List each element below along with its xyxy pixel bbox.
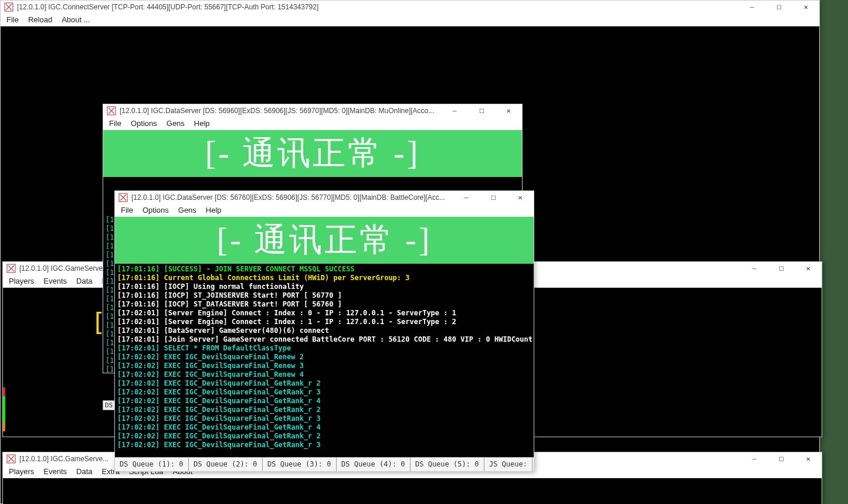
app-icon (107, 106, 116, 115)
menu-players[interactable]: Players (9, 277, 34, 285)
app-icon (4, 2, 13, 12)
menu-file[interactable]: File (121, 206, 133, 214)
log-line: [17:01:16] Current Global Connections Li… (117, 274, 531, 282)
menu-data[interactable]: Data (76, 467, 92, 476)
menu-gens[interactable]: Gens (178, 206, 196, 214)
data-server-1-log-stubs: [1[1[1[1[1[1[1[1[1[1[1[1[1[1[1[1[1[1[1 (106, 216, 114, 373)
data-server-2-log: [17:01:16] [SUCCESS] - JOIN SERVER CONNE… (115, 264, 534, 449)
connect-server-title: [12.0.1.0] IGC.ConnectServer [TCP-Port: … (17, 3, 738, 11)
log-line: [17:02:02] EXEC IGC_DevilSquareFinal_Get… (117, 388, 531, 397)
status-ds-queue-3: DS Queue (3): 0 (263, 458, 337, 471)
close-button[interactable]: ✕ (495, 104, 522, 117)
menu-players[interactable]: Players (9, 467, 34, 476)
log-line-stub: [1 (106, 286, 114, 295)
log-line-stub: [1 (106, 251, 114, 260)
log-line-stub: [1 (106, 295, 114, 304)
connect-server-menubar: File Reload About ... (1, 13, 819, 26)
minimize-button[interactable]: ─ (453, 191, 480, 204)
ds-label: DS (103, 400, 115, 410)
maximize-button[interactable]: ☐ (468, 104, 495, 117)
log-line: [17:02:02] EXEC IGC_DevilSquareFinal_Get… (117, 406, 531, 414)
log-line-stub: [1 (106, 216, 114, 224)
data-server-2-statusbar: DS Queue (1): 0 DS Queue (2): 0 DS Queue… (115, 457, 534, 471)
game-server-2-client (3, 478, 822, 504)
app-icon (118, 193, 128, 202)
menu-options[interactable]: Options (131, 119, 157, 128)
log-line-stub: [1 (106, 224, 114, 233)
menu-about[interactable]: About ... (62, 15, 90, 24)
close-button[interactable]: ✕ (507, 191, 534, 204)
data-server-2-client: [- 通讯正常 -] [17:01:16] [SUCCESS] - JOIN S… (115, 217, 534, 471)
data-server-2-window: [12.0.1.0] IGC.DataServer [DS: 56760][Ex… (114, 190, 534, 472)
connect-server-titlebar[interactable]: [12.0.1.0] IGC.ConnectServer [TCP-Port: … (1, 1, 819, 13)
app-icon (6, 264, 16, 273)
log-line: [17:02:02] EXEC IGC_DevilSquareFinal_Get… (117, 414, 531, 423)
menu-help[interactable]: Help (194, 119, 210, 128)
log-line: [17:01:16] [IOCP] Using normal functiona… (117, 282, 531, 291)
log-line-stub: [1 (106, 304, 114, 312)
minimize-button[interactable]: ─ (741, 262, 768, 275)
menu-file[interactable]: File (6, 15, 19, 24)
menu-help[interactable]: Help (206, 206, 222, 214)
menu-file[interactable]: File (109, 119, 121, 128)
minimize-button[interactable]: ─ (738, 1, 765, 13)
menu-options[interactable]: Options (143, 206, 169, 214)
log-line: [17:02:01] [DataServer] GameServer(480)(… (117, 326, 531, 335)
menu-events[interactable]: Events (43, 467, 67, 476)
log-line-stub: [1 (106, 233, 114, 242)
maximize-button[interactable]: ☐ (768, 262, 795, 275)
log-line-stub: [1 (106, 268, 114, 277)
log-line-stub: [1 (106, 242, 114, 251)
log-line: [17:02:02] EXEC IGC_DevilSquareFinal_Get… (117, 441, 531, 449)
close-button[interactable]: ✕ (792, 1, 819, 13)
status-ds-queue-2: DS Queue (2): 0 (189, 458, 263, 471)
log-line-stub: [1 (106, 260, 114, 268)
log-line: [17:02:01] [Join Server] GameServer conn… (117, 335, 531, 344)
log-line-stub: [1 (106, 312, 114, 321)
menu-data[interactable]: Data (76, 277, 92, 285)
data-server-2-menubar: File Options Gens Help (115, 204, 534, 217)
log-line-stub: [1 (106, 348, 114, 356)
menu-gens[interactable]: Gens (167, 119, 185, 128)
log-line: [17:02:02] EXEC IGC_DevilSquareFinal_Ren… (117, 362, 531, 370)
maximize-button[interactable]: ☐ (765, 1, 792, 13)
log-line: [17:01:16] [IOCP] ST_DATASERVER Start! P… (117, 300, 531, 309)
minimize-button[interactable]: ─ (741, 452, 768, 465)
menu-events[interactable]: Events (43, 277, 67, 285)
data-server-1-title: [12.0.1.0] IGC.DataServer [DS: 56960][Ex… (120, 107, 441, 115)
log-line: [17:02:02] EXEC IGC_DevilSquareFinal_Ren… (117, 370, 531, 379)
log-line-stub: [1 (106, 339, 114, 348)
data-server-1-titlebar[interactable]: [12.0.1.0] IGC.DataServer [DS: 56960][Ex… (103, 104, 522, 117)
data-server-1-banner: [- 通讯正常 -] (103, 130, 522, 177)
maximize-button[interactable]: ☐ (480, 191, 507, 204)
log-line: [17:02:02] EXEC IGC_DevilSquareFinal_Get… (117, 379, 531, 388)
log-line: [17:02:01] SELECT * FROM DefaultClassTyp… (117, 344, 531, 353)
close-button[interactable]: ✕ (795, 452, 822, 465)
log-line: [17:02:02] EXEC IGC_DevilSquareFinal_Get… (117, 423, 531, 432)
log-line: [17:02:01] [Server Engine] Connect : Ind… (117, 318, 531, 326)
log-line-stub: [1 (106, 321, 114, 330)
log-line-stub: [1 (106, 356, 114, 365)
data-server-2-banner: [- 通讯正常 -] (115, 217, 534, 264)
log-line: [17:02:01] [Server Engine] Connect : Ind… (117, 309, 531, 318)
log-color-stubs (3, 387, 5, 431)
log-line: [17:01:16] [IOCP] ST_JOINSERVER Start! P… (117, 291, 531, 300)
status-ds-queue-4: DS Queue (4): 0 (337, 458, 411, 471)
data-server-2-title: [12.0.1.0] IGC.DataServer [DS: 56760][Ex… (131, 193, 453, 202)
status-ds-queue-1: DS Queue (1): 0 (115, 458, 189, 471)
data-server-1-menubar: File Options Gens Help (103, 117, 522, 130)
app-icon (6, 454, 16, 464)
log-line-stub: [1 (106, 365, 114, 373)
log-line-stub: [1 (106, 330, 114, 339)
menu-reload[interactable]: Reload (28, 15, 52, 24)
log-line: [17:01:16] [SUCCESS] - JOIN SERVER CONNE… (117, 265, 531, 274)
data-server-2-titlebar[interactable]: [12.0.1.0] IGC.DataServer [DS: 56760][Ex… (115, 191, 534, 204)
status-ds-queue-5: DS Queue (5): 0 (411, 458, 484, 471)
maximize-button[interactable]: ☐ (768, 452, 795, 465)
log-line: [17:02:02] EXEC IGC_DevilSquareFinal_Get… (117, 397, 531, 406)
log-line-stub: [1 (106, 277, 114, 286)
close-button[interactable]: ✕ (795, 262, 822, 275)
log-line: [17:02:02] EXEC IGC_DevilSquareFinal_Get… (117, 432, 531, 441)
status-js-queue: JS Queue: (484, 458, 532, 471)
minimize-button[interactable]: ─ (441, 104, 468, 117)
